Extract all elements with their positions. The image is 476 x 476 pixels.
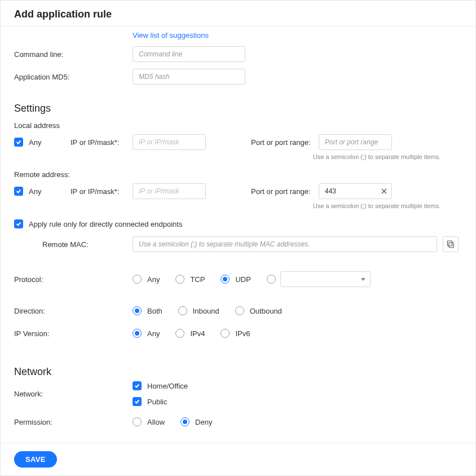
dialog-body: View list of suggestions Command line: A… xyxy=(1,27,475,443)
network-label: Network: xyxy=(14,390,133,398)
remote-ip-label: IP or IP/mask*: xyxy=(70,187,133,196)
remote-mac-label: Remote MAC: xyxy=(14,240,133,249)
application-md5-input[interactable] xyxy=(133,69,245,85)
permission-allow-label: Allow xyxy=(147,418,165,426)
direction-inbound-radio[interactable] xyxy=(178,306,187,315)
remote-any-checkbox[interactable] xyxy=(14,187,23,196)
application-md5-label: Application MD5: xyxy=(14,73,133,81)
direction-label: Direction: xyxy=(14,307,133,315)
protocol-label: Protocol: xyxy=(14,275,133,284)
ipver-v6-label: IPv6 xyxy=(235,329,250,338)
ipver-v6-radio[interactable] xyxy=(221,329,230,338)
local-ip-input[interactable] xyxy=(133,134,206,150)
protocol-any-label: Any xyxy=(147,275,160,284)
local-port-hint: Use a semicolon (;) to separate multiple… xyxy=(313,153,462,160)
local-any-label: Any xyxy=(29,138,41,147)
direct-endpoints-checkbox[interactable] xyxy=(14,219,23,228)
permission-label: Permission: xyxy=(14,418,133,426)
ipver-any-radio[interactable] xyxy=(133,329,142,338)
direction-both-radio[interactable] xyxy=(133,306,142,315)
local-address-label: Local address xyxy=(14,121,462,130)
protocol-custom-radio[interactable] xyxy=(267,275,276,284)
command-line-input[interactable] xyxy=(133,46,245,62)
copy-icon xyxy=(447,240,455,248)
network-public-label: Public xyxy=(147,398,167,406)
direct-endpoints-label: Apply rule only for directly connected e… xyxy=(29,220,182,228)
ipversion-label: IP Version: xyxy=(14,329,133,338)
direction-outbound-label: Outbound xyxy=(250,307,282,315)
svg-rect-2 xyxy=(449,243,453,248)
permission-deny-label: Deny xyxy=(195,418,212,426)
permission-allow-radio[interactable] xyxy=(133,417,142,426)
permission-deny-radio[interactable] xyxy=(180,417,189,426)
copy-button[interactable] xyxy=(443,236,459,252)
direction-inbound-label: Inbound xyxy=(193,307,219,315)
protocol-custom-select[interactable] xyxy=(280,271,371,287)
remote-address-label: Remote address: xyxy=(14,170,462,179)
direction-outbound-radio[interactable] xyxy=(235,306,244,315)
protocol-udp-label: UDP xyxy=(235,275,250,284)
view-suggestions-link[interactable]: View list of suggestions xyxy=(133,31,209,39)
network-public-checkbox[interactable] xyxy=(133,397,142,406)
chevron-down-icon xyxy=(361,278,365,281)
local-port-input[interactable] xyxy=(319,134,392,150)
remote-any-label: Any xyxy=(29,187,41,196)
ipver-any-label: Any xyxy=(147,329,160,338)
protocol-tcp-label: TCP xyxy=(190,275,205,284)
protocol-udp-radio[interactable] xyxy=(221,275,230,284)
ipver-v4-label: IPv4 xyxy=(190,329,205,338)
ipver-v4-radio[interactable] xyxy=(175,329,184,338)
remote-port-label: Port or port range: xyxy=(251,187,319,196)
protocol-tcp-radio[interactable] xyxy=(175,275,184,284)
svg-rect-3 xyxy=(448,241,452,246)
close-icon[interactable] xyxy=(380,187,389,196)
network-home-label: Home/Office xyxy=(147,382,188,390)
local-port-label: Port or port range: xyxy=(251,138,319,147)
protocol-any-radio[interactable] xyxy=(133,275,142,284)
page-title: Add application rule xyxy=(14,8,462,20)
settings-section-title: Settings xyxy=(14,103,462,114)
network-section-title: Network xyxy=(14,366,462,378)
remote-port-hint: Use a semicolon (;) to separate multiple… xyxy=(313,202,462,209)
command-line-label: Command line: xyxy=(14,50,133,59)
dialog-footer: SAVE xyxy=(1,443,475,475)
dialog-add-application-rule: Add application rule View list of sugges… xyxy=(0,0,476,476)
local-ip-label: IP or IP/mask*: xyxy=(70,138,133,147)
local-any-checkbox[interactable] xyxy=(14,138,23,147)
dialog-header: Add application rule xyxy=(1,1,475,27)
remote-mac-input[interactable] xyxy=(133,236,437,252)
direction-both-label: Both xyxy=(147,307,162,315)
remote-ip-input[interactable] xyxy=(133,183,206,199)
network-home-checkbox[interactable] xyxy=(133,381,142,390)
save-button[interactable]: SAVE xyxy=(14,451,57,468)
